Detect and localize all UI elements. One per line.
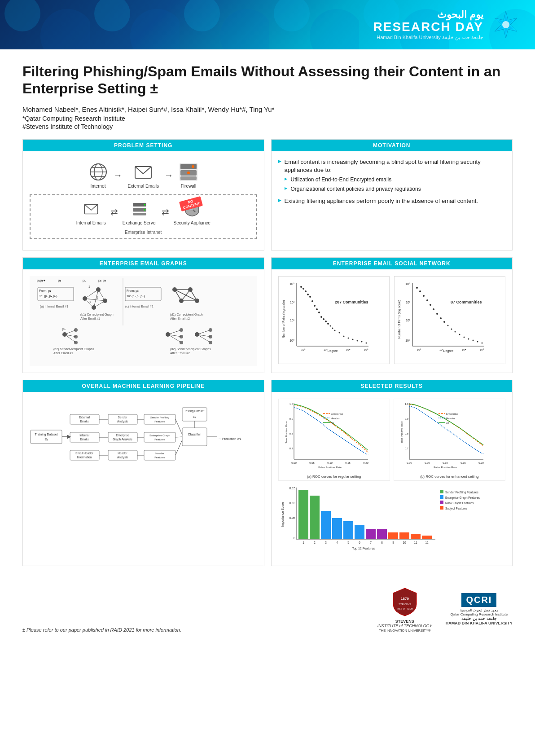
svg-point-149 bbox=[472, 339, 474, 341]
email-graphs-svg: p₁● p₂ From: p₁ To: {p₂,p₃,p₄} (a) Inter… bbox=[35, 276, 251, 366]
svg-text:0.05: 0.05 bbox=[309, 462, 315, 464]
svg-text:Analysis: Analysis bbox=[117, 420, 128, 423]
svg-text:Training Dataset: Training Dataset bbox=[35, 433, 57, 436]
motivation-sub-text-1: Utilization of End-to-End Encrypted emai… bbox=[291, 176, 392, 183]
motivation-sublist: Utilization of End-to-End Encrypted emai… bbox=[285, 176, 506, 193]
ml-pipeline-panel: OVERALL MACHINE LEARNING PIPELINE Traini… bbox=[22, 380, 264, 566]
svg-text:10³: 10³ bbox=[406, 301, 411, 304]
svg-text:True Positive Rate: True Positive Rate bbox=[285, 421, 288, 444]
svg-text:Number of Firms (log scale): Number of Firms (log scale) bbox=[398, 300, 401, 338]
svg-point-100 bbox=[305, 290, 307, 292]
svg-text:Subject Features: Subject Features bbox=[445, 507, 468, 510]
svg-text:0.10: 0.10 bbox=[289, 501, 295, 505]
svg-text:Header: Header bbox=[446, 417, 455, 420]
svg-point-151 bbox=[481, 342, 482, 343]
svg-text:0.7: 0.7 bbox=[289, 447, 293, 450]
internal-emails-box: Internal Emails bbox=[76, 199, 106, 225]
svg-rect-275 bbox=[440, 490, 443, 493]
footnote-text: ± Please refer to our paper published in… bbox=[22, 627, 181, 633]
svg-text:10⁴: 10⁴ bbox=[462, 348, 466, 351]
svg-point-141 bbox=[440, 317, 442, 319]
svg-line-79 bbox=[168, 330, 181, 334]
bar-chart-svg: 0.15 0.10 0.05 0 Importance Score bbox=[278, 485, 485, 557]
svg-line-35 bbox=[85, 299, 105, 301]
row-1: PROBLEM SETTING Internet → bbox=[22, 139, 513, 251]
svg-point-136 bbox=[423, 295, 425, 297]
svg-text:After Email #1: After Email #1 bbox=[53, 352, 73, 355]
svg-text:All: All bbox=[331, 422, 334, 424]
svg-text:3: 3 bbox=[325, 541, 327, 544]
selected-results-body: 1.0 0.9 0.8 0.7 True Positive Rate 0.00 … bbox=[272, 392, 513, 566]
svg-text:12: 12 bbox=[425, 541, 429, 544]
svg-text:0.10: 0.10 bbox=[327, 462, 333, 464]
svg-text:10⁰: 10⁰ bbox=[301, 348, 306, 351]
svg-point-120 bbox=[365, 342, 367, 343]
svg-text:Analysis: Analysis bbox=[117, 456, 128, 459]
communities-chart-1: 10⁵ 10³ 10¹ 10⁰ Number of Pairs (log sca… bbox=[278, 276, 390, 364]
svg-text:Emails: Emails bbox=[80, 420, 89, 423]
motivation-panel: MOTIVATION Email content is increasingly… bbox=[271, 139, 513, 251]
svg-text:10²: 10² bbox=[324, 348, 328, 351]
external-emails-box: External Emails bbox=[128, 162, 159, 189]
svg-text:Classifier: Classifier bbox=[188, 433, 201, 436]
svg-text:11: 11 bbox=[414, 541, 417, 544]
svg-line-37 bbox=[98, 290, 105, 301]
svg-text:Enterprise Graph Features: Enterprise Graph Features bbox=[445, 496, 480, 500]
svg-point-106 bbox=[318, 312, 320, 313]
logos-row: 1870 STEVENS INST. OF TECH STEVENS INSTI… bbox=[377, 586, 513, 633]
svg-text:8: 8 bbox=[381, 541, 383, 544]
svg-text:0.00: 0.00 bbox=[407, 462, 412, 464]
motivation-item-2: Existing filtering appliances perform po… bbox=[278, 197, 506, 205]
email-graphs-body: p₁● p₂ From: p₁ To: {p₂,p₃,p₄} (a) Inter… bbox=[23, 269, 264, 373]
svg-text:After Email #1: After Email #1 bbox=[80, 317, 100, 320]
svg-rect-256 bbox=[355, 525, 364, 539]
svg-text:9: 9 bbox=[392, 541, 394, 544]
problem-setting-panel: PROBLEM SETTING Internet → bbox=[22, 139, 264, 251]
svg-text:Email Header: Email Header bbox=[75, 452, 93, 455]
svg-rect-12 bbox=[180, 176, 197, 180]
svg-text:True Positive Rate: True Positive Rate bbox=[400, 421, 403, 444]
svg-text:0.7: 0.7 bbox=[404, 447, 408, 450]
svg-text:p₃: p₃ bbox=[103, 278, 106, 282]
svg-text:→ Prediction 0/1: → Prediction 0/1 bbox=[218, 437, 241, 440]
svg-text:Internal: Internal bbox=[79, 434, 89, 437]
motivation-sub-1: Utilization of End-to-End Encrypted emai… bbox=[285, 176, 506, 184]
roc-svg-b: 1.0 0.9 0.8 0.7 True Positive Rate 0.00 … bbox=[396, 401, 490, 473]
svg-text:0.8: 0.8 bbox=[404, 432, 408, 435]
svg-text:0.00: 0.00 bbox=[291, 462, 297, 464]
svg-point-111 bbox=[329, 325, 331, 326]
svg-text:Number of Pairs (log scale): Number of Pairs (log scale) bbox=[282, 300, 285, 338]
communities-chart-2: 10⁵ 10³ 10¹ 10⁰ Number of Firms (log sca… bbox=[394, 276, 505, 364]
authors-line: Mohamed Nabeel*, Enes Altinisik*, Haipei… bbox=[22, 105, 513, 113]
svg-point-142 bbox=[443, 321, 445, 323]
svg-text:Enterprise Graph: Enterprise Graph bbox=[149, 434, 170, 437]
svg-text:Features: Features bbox=[154, 420, 165, 423]
svg-text:0.15: 0.15 bbox=[460, 462, 466, 464]
svg-text:1870: 1870 bbox=[401, 597, 409, 601]
svg-point-115 bbox=[343, 335, 344, 337]
roc-a-title: (a) ROC curves for regular setting bbox=[281, 475, 388, 479]
motivation-item-1: Email content is increasingly becoming a… bbox=[278, 158, 506, 193]
footer-area: ± Please refer to our paper published in… bbox=[0, 582, 535, 637]
firewall-box: Firewall bbox=[179, 162, 198, 189]
security-appliance-box: 🔍 NO CONTENT Security Appliance bbox=[174, 199, 210, 225]
svg-text:Features: Features bbox=[154, 438, 165, 441]
email-graphs-panel: ENTERPRISE EMAIL GRAPHS p₁● p₂ From: p₁ … bbox=[22, 257, 264, 373]
svg-rect-254 bbox=[332, 518, 342, 539]
svg-point-20 bbox=[144, 209, 145, 211]
enterprise-inner-row: Internal Emails ⇄ Exchange Server ⇄ bbox=[76, 199, 210, 225]
svg-text:False Positive Rate: False Positive Rate bbox=[434, 466, 457, 469]
firewall-label: Firewall bbox=[181, 184, 196, 189]
svg-line-201 bbox=[175, 419, 182, 435]
svg-text:External: External bbox=[79, 416, 90, 419]
svg-text:0.20: 0.20 bbox=[478, 462, 484, 464]
svg-text:After Email #2: After Email #2 bbox=[170, 352, 190, 355]
selected-results-header: SELECTED RESULTS bbox=[272, 380, 513, 392]
firewall-icon bbox=[179, 162, 198, 182]
svg-text:1: 1 bbox=[88, 285, 90, 288]
stevens-shield-icon: 1870 STEVENS INST. OF TECH bbox=[391, 586, 418, 618]
svg-text:p₄: p₄ bbox=[37, 278, 40, 282]
motivation-list: Email content is increasingly becoming a… bbox=[278, 158, 506, 206]
svg-text:Enterprise: Enterprise bbox=[331, 413, 343, 415]
pipeline-svg: Training Dataset Eₜ External Emails Inte… bbox=[30, 399, 245, 506]
